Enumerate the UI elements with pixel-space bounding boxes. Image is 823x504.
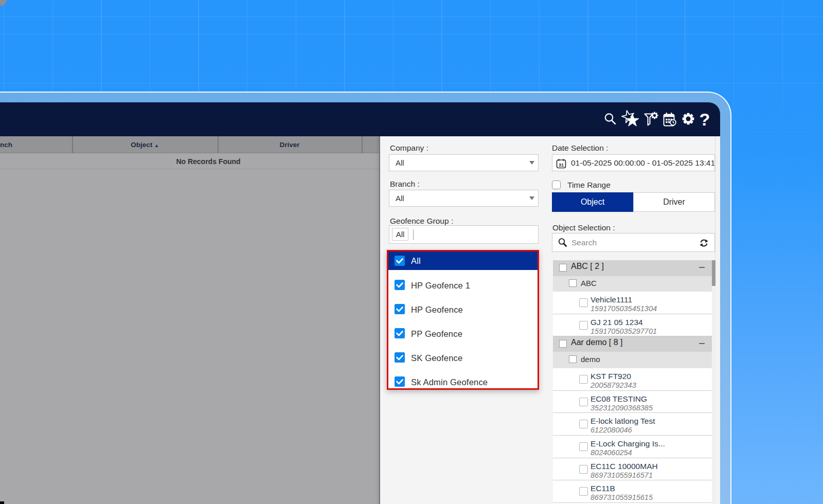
svg-text:31: 31 [559,161,564,167]
